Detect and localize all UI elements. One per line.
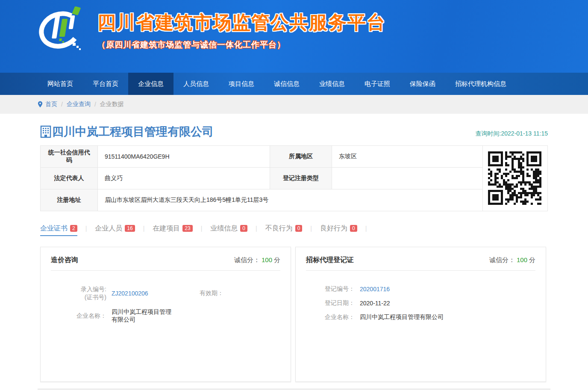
field-value: 四川中岚工程项目管理有限公司	[112, 308, 176, 324]
site-title: 四川省建筑市场监管公共服务平台	[97, 10, 386, 35]
tab-enterprise-personnel[interactable]: 企业人员 16	[95, 222, 135, 235]
site-banner: 四川省建筑市场监管公共服务平台 （原四川省建筑市场监管与诚信一体化工作平台）	[0, 0, 588, 73]
nav-item-insurance[interactable]: 保险保函	[400, 73, 445, 95]
info-label: 注册地址	[41, 189, 98, 211]
count-badge: 0	[295, 225, 303, 232]
tab-good-behavior[interactable]: 良好行为 0	[320, 222, 357, 235]
field-label: 录入编号: (证书号)	[51, 285, 106, 301]
nav-item-e-certificate[interactable]: 电子证照	[355, 73, 400, 95]
score-value: 100	[517, 256, 527, 263]
nav-item-performance-info[interactable]: 业绩信息	[309, 73, 355, 95]
certificate-cards: 造价咨询 诚信分：100分 录入编号: (证书号) ZJ202100206 有效…	[38, 247, 550, 382]
count-badge: 0	[350, 225, 357, 232]
nav-item-personnel-info[interactable]: 人员信息	[173, 73, 219, 95]
detail-tabs: 企业证书 2 | 企业人员 16 | 在建项目 23 | 业绩信息 0 | 不良…	[38, 222, 550, 235]
tab-bad-behavior[interactable]: 不良行为 0	[265, 222, 303, 235]
info-value: 眉山市东坡区眉州大道东三段天天向上186号5幢1单元11层3号	[98, 189, 483, 211]
query-time: 查询时间:2022-01-13 11:15	[476, 130, 548, 139]
field-label: 企业名称：	[320, 313, 355, 321]
info-value	[332, 168, 483, 189]
count-badge: 0	[240, 225, 247, 232]
breadcrumb: 首页 / 企业查询 / 企业数据	[38, 95, 550, 114]
info-value: 91511400MA6420GE9H	[98, 146, 270, 168]
nav-item-bidding-agency[interactable]: 招标代理机构信息	[445, 73, 516, 95]
breadcrumb-separator: /	[61, 101, 63, 108]
site-subtitle: （原四川省建筑市场监管与诚信一体化工作平台）	[97, 39, 386, 50]
tab-performance-info[interactable]: 业绩信息 0	[210, 222, 247, 235]
main-nav: 网站首页 平台首页 企业信息 人员信息 项目信息 诚信信息 业绩信息 电子证照 …	[0, 73, 588, 95]
breadcrumb-home[interactable]: 首页	[45, 100, 57, 108]
tab-enterprise-certificates[interactable]: 企业证书 2	[40, 222, 77, 235]
company-name: 四川中岚工程项目管理有限公司	[52, 124, 214, 139]
certificate-card-bidding-agency-registration: 招标代理登记证 诚信分：100分 登记编号： 202001716 登记日期： 2…	[295, 247, 546, 382]
field-value: 2020-11-22	[360, 300, 390, 307]
qr-code-cell	[483, 145, 548, 211]
breadcrumb-bar: 首页 / 企业查询 / 企业数据	[0, 95, 588, 114]
nav-item-enterprise-info[interactable]: 企业信息	[128, 73, 173, 95]
tab-separator: |	[85, 225, 87, 232]
platform-logo-icon	[37, 3, 84, 54]
tab-separator: |	[256, 225, 257, 232]
count-badge: 16	[125, 225, 135, 232]
card-title: 造价咨询	[51, 256, 78, 265]
count-badge: 2	[70, 225, 77, 232]
count-badge: 23	[182, 225, 192, 232]
company-info-table-wrap: 统一社会信用代码 91511400MA6420GE9H 所属地区 东坡区 法定代…	[38, 145, 550, 211]
nav-item-site-home[interactable]: 网站首页	[38, 73, 83, 95]
company-title: 四川中岚工程项目管理有限公司	[40, 124, 214, 139]
table-row: 统一社会信用代码 91511400MA6420GE9H 所属地区 东坡区	[41, 146, 483, 168]
tab-projects-under-construction[interactable]: 在建项目 23	[153, 222, 192, 235]
field-label: 登记日期：	[320, 299, 355, 307]
field-label: 登记编号：	[320, 285, 355, 293]
validity-label: 有效期：	[200, 290, 223, 297]
main-content: 四川中岚工程项目管理有限公司 查询时间:2022-01-13 11:15 统一社…	[38, 114, 550, 390]
card-title: 招标代理登记证	[306, 256, 354, 265]
info-label: 统一社会信用代码	[41, 146, 98, 168]
company-info-table: 统一社会信用代码 91511400MA6420GE9H 所属地区 东坡区 法定代…	[40, 145, 483, 211]
breadcrumb-separator: /	[94, 101, 96, 108]
score-value: 100	[262, 256, 272, 263]
info-value: 东坡区	[332, 146, 483, 168]
tab-separator: |	[310, 225, 312, 232]
tab-separator: |	[201, 225, 203, 232]
registration-number-link[interactable]: 202001716	[360, 286, 390, 292]
info-label: 登记注册类型	[270, 168, 332, 189]
breadcrumb-current: 企业数据	[100, 100, 124, 108]
info-value: 曲义巧	[98, 168, 270, 189]
building-icon	[40, 125, 51, 138]
table-row: 注册地址 眉山市东坡区眉州大道东三段天天向上186号5幢1单元11层3号	[41, 189, 483, 211]
credit-score: 诚信分：100分	[489, 256, 535, 264]
info-label: 法定代表人	[41, 168, 98, 189]
certificate-card-cost-consulting: 造价咨询 诚信分：100分 录入编号: (证书号) ZJ202100206 有效…	[40, 247, 291, 382]
tab-separator: |	[143, 225, 145, 232]
field-value: 四川中岚工程项目管理有限公司	[360, 313, 444, 321]
info-label: 所属地区	[270, 146, 332, 168]
certificate-number-link[interactable]: ZJ202100206	[112, 290, 176, 297]
tab-separator: |	[365, 225, 367, 232]
nav-item-credit-info[interactable]: 诚信信息	[264, 73, 309, 95]
qr-code	[486, 150, 544, 207]
field-label: 企业名称：	[51, 312, 106, 320]
table-row: 法定代表人 曲义巧 登记注册类型	[41, 168, 483, 189]
nav-item-project-info[interactable]: 项目信息	[219, 73, 264, 95]
location-pin-icon	[38, 101, 43, 108]
nav-item-platform-home[interactable]: 平台首页	[83, 73, 128, 95]
credit-score: 诚信分：100分	[234, 256, 280, 264]
breadcrumb-enterprise-query[interactable]: 企业查询	[67, 100, 91, 108]
